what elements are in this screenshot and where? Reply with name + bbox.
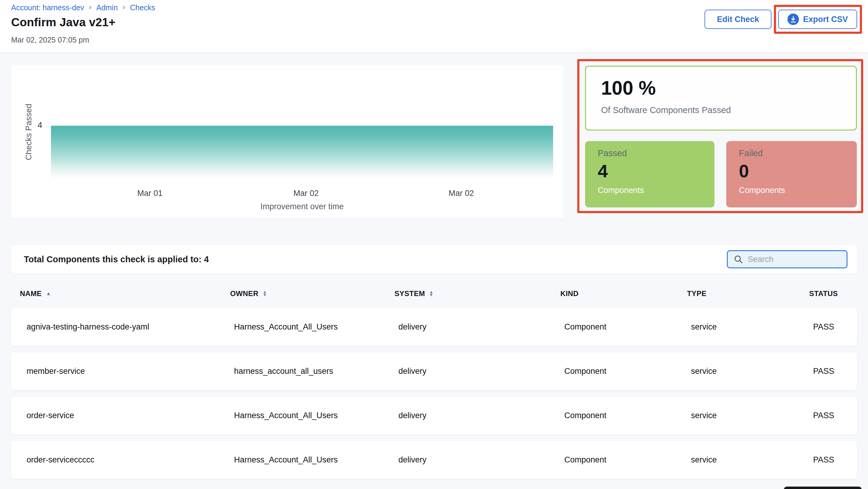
passed-components-card: Passed 4 Components bbox=[585, 141, 714, 207]
chevron-right-icon: › bbox=[89, 2, 92, 12]
cell-owner: Harness_Account_All_Users bbox=[224, 455, 389, 464]
column-header-type: TYPE bbox=[681, 289, 803, 298]
search-box[interactable] bbox=[727, 250, 847, 268]
column-header-name-label: NAME bbox=[20, 289, 42, 298]
cell-status: PASS bbox=[803, 322, 857, 332]
top-header: Account: harness-dev › Admin › Checks Co… bbox=[0, 0, 868, 53]
cell-status: PASS bbox=[803, 367, 857, 376]
breadcrumb: Account: harness-dev › Admin › Checks bbox=[11, 3, 155, 12]
failed-label: Failed bbox=[739, 148, 857, 158]
cell-system: delivery bbox=[389, 322, 554, 332]
passed-label: Passed bbox=[598, 148, 714, 158]
export-csv-label: Export CSV bbox=[803, 15, 848, 24]
cell-name: member-service bbox=[11, 367, 224, 376]
passed-count: 4 bbox=[598, 161, 714, 182]
failed-count: 0 bbox=[739, 161, 857, 182]
column-header-system[interactable]: SYSTEM ▲▼ bbox=[389, 289, 554, 298]
cell-owner: harness_account_all_users bbox=[224, 367, 389, 376]
breadcrumb-admin[interactable]: Admin bbox=[96, 3, 118, 12]
cell-system: delivery bbox=[389, 411, 554, 420]
chart-x-ticks: Mar 01 Mar 02 Mar 02 bbox=[51, 189, 553, 199]
table-row[interactable]: member-service harness_account_all_users… bbox=[11, 352, 857, 390]
search-icon bbox=[733, 254, 743, 264]
export-csv-button[interactable]: Export CSV bbox=[778, 10, 857, 29]
chart-area-series bbox=[51, 126, 553, 179]
column-header-status: STATUS bbox=[803, 289, 857, 298]
cell-owner: Harness_Account_All_Users bbox=[224, 322, 389, 332]
failed-components-card: Failed 0 Components bbox=[726, 141, 857, 207]
cell-type: service bbox=[681, 455, 803, 464]
help-widget[interactable] bbox=[784, 487, 862, 489]
download-icon bbox=[787, 13, 799, 25]
column-header-owner-label: OWNER bbox=[230, 289, 258, 298]
cell-name: agniva-testing-harness-code-yaml bbox=[11, 322, 224, 332]
column-header-status-label: STATUS bbox=[809, 289, 838, 298]
table-header-row: NAME ▲ OWNER ▲▼ SYSTEM ▲▼ KIND TYPE STAT… bbox=[11, 286, 857, 301]
cell-type: service bbox=[681, 322, 803, 332]
chart-x-tick: Mar 02 bbox=[293, 189, 319, 198]
breadcrumb-account[interactable]: Account: harness-dev bbox=[11, 3, 84, 12]
chart-y-axis-label-wrap: Checks Passed bbox=[20, 84, 38, 180]
percent-passed-caption: Of Software Components Passed bbox=[601, 105, 731, 115]
sort-icon: ▲▼ bbox=[263, 290, 267, 296]
sort-ascending-icon: ▲ bbox=[46, 291, 51, 297]
column-header-name[interactable]: NAME ▲ bbox=[11, 289, 224, 298]
chart-y-tick: 4 bbox=[38, 121, 42, 130]
cell-status: PASS bbox=[803, 411, 857, 420]
percent-passed-value: 100 % bbox=[601, 77, 656, 99]
table-row[interactable]: order-service Harness_Account_All_Users … bbox=[11, 397, 857, 434]
cell-kind: Component bbox=[554, 367, 681, 376]
chevron-right-icon: › bbox=[122, 2, 125, 12]
column-header-kind-label: KIND bbox=[560, 289, 579, 298]
total-components-label: Total Components this check is applied t… bbox=[24, 255, 209, 264]
table-row[interactable]: agniva-testing-harness-code-yaml Harness… bbox=[11, 308, 857, 346]
edit-check-label: Edit Check bbox=[717, 15, 759, 24]
cell-type: service bbox=[681, 411, 803, 420]
column-header-system-label: SYSTEM bbox=[395, 289, 425, 298]
sort-icon: ▲▼ bbox=[429, 290, 433, 296]
chart-x-tick: Mar 02 bbox=[448, 189, 474, 198]
cell-name: order-service bbox=[11, 411, 224, 420]
search-input[interactable] bbox=[748, 255, 838, 264]
cell-kind: Component bbox=[554, 455, 681, 464]
column-header-type-label: TYPE bbox=[687, 289, 706, 298]
failed-unit: Components bbox=[739, 186, 857, 195]
edit-check-button[interactable]: Edit Check bbox=[705, 10, 772, 29]
cell-kind: Component bbox=[554, 322, 681, 332]
chart-x-tick: Mar 01 bbox=[137, 189, 162, 198]
checks-passed-chart-card: Checks Passed 4 Mar 01 Mar 02 Mar 02 Imp… bbox=[11, 66, 563, 218]
table-row[interactable]: order-serviceccccc Harness_Account_All_U… bbox=[11, 441, 857, 479]
cell-kind: Component bbox=[554, 411, 681, 420]
cell-type: service bbox=[681, 367, 803, 376]
cell-system: delivery bbox=[389, 455, 554, 464]
column-header-kind: KIND bbox=[554, 289, 681, 298]
cell-name: order-serviceccccc bbox=[11, 455, 224, 464]
column-header-owner[interactable]: OWNER ▲▼ bbox=[224, 289, 389, 298]
check-timestamp: Mar 02, 2025 07:05 pm bbox=[11, 36, 89, 44]
chart-x-axis-caption: Improvement over time bbox=[51, 202, 553, 211]
total-components-bar: Total Components this check is applied t… bbox=[11, 245, 857, 273]
passed-unit: Components bbox=[598, 186, 714, 195]
cell-status: PASS bbox=[803, 455, 857, 464]
breadcrumb-checks[interactable]: Checks bbox=[130, 3, 155, 12]
cell-system: delivery bbox=[389, 367, 554, 376]
cell-owner: Harness_Account_All_Users bbox=[224, 411, 389, 420]
page-title: Confirm Java v21+ bbox=[11, 16, 116, 29]
chart-y-axis-label: Checks Passed bbox=[24, 104, 33, 160]
percent-passed-card: 100 % Of Software Components Passed bbox=[585, 66, 857, 131]
table-body: agniva-testing-harness-code-yaml Harness… bbox=[11, 308, 857, 479]
